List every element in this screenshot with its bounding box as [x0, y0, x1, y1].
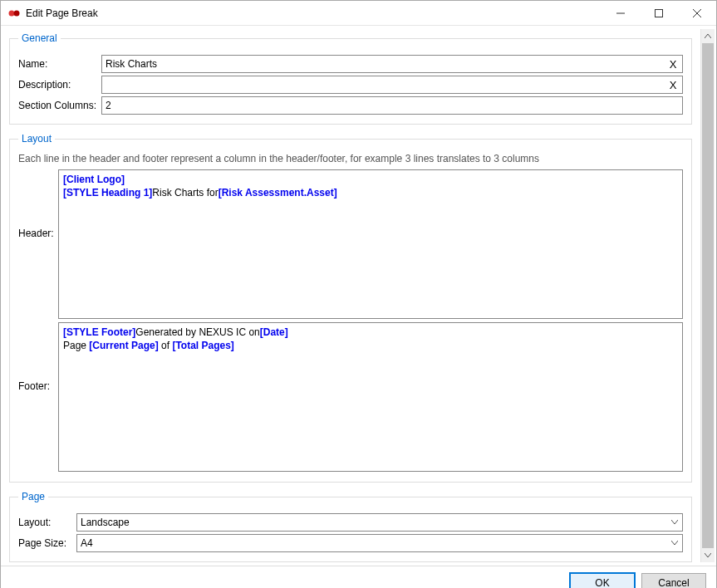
dialog-button-bar: OK Cancel: [1, 566, 716, 588]
description-clear-button[interactable]: X: [664, 79, 682, 91]
template-text: Risk Charts for: [152, 187, 218, 198]
template-token: [STYLE Footer]: [63, 326, 135, 338]
description-input[interactable]: [102, 76, 664, 93]
cancel-button[interactable]: Cancel: [641, 573, 706, 589]
general-section: General Name: X Description: X: [9, 32, 692, 125]
template-token: [Date]: [260, 326, 288, 338]
app-icon: [7, 7, 21, 20]
maximize-button[interactable]: [640, 1, 678, 26]
chevron-down-icon: [667, 520, 682, 525]
svg-rect-3: [656, 9, 663, 17]
section-columns-label: Section Columns:: [18, 100, 101, 111]
layout-legend: Layout: [18, 133, 55, 145]
svg-line-5: [693, 9, 701, 17]
name-label: Name:: [18, 58, 101, 70]
close-button[interactable]: [678, 1, 716, 26]
header-label: Header:: [18, 169, 58, 319]
header-editor[interactable]: [Client Logo][STYLE Heading 1]Risk Chart…: [58, 169, 683, 319]
scroll-up-button[interactable]: [701, 29, 714, 43]
edit-page-break-dialog: Edit Page Break General Name: X: [0, 0, 717, 588]
section-columns-input[interactable]: [102, 97, 682, 114]
page-size-dropdown[interactable]: A4: [76, 534, 683, 552]
footer-editor[interactable]: [STYLE Footer]Generated by NEXUS IC on[D…: [58, 322, 683, 472]
footer-label: Footer:: [18, 322, 58, 472]
template-token: [Client Logo]: [63, 174, 125, 185]
dialog-content: General Name: X Description: X: [1, 26, 700, 566]
page-legend: Page: [18, 491, 48, 502]
name-field-wrap: X: [101, 55, 683, 73]
template-text: of: [159, 340, 173, 351]
svg-point-0: [9, 10, 15, 16]
vertical-scrollbar[interactable]: [700, 29, 715, 562]
template-text: Page: [63, 340, 89, 351]
template-token: [Risk Assessment.Asset]: [219, 187, 337, 198]
layout-section: Layout Each line in the header and foote…: [9, 133, 692, 483]
page-section: Page Layout: Landscape Page Size:: [9, 491, 692, 562]
template-text: Generated by NEXUS IC on: [135, 326, 259, 338]
description-label: Description:: [18, 79, 101, 91]
ok-button[interactable]: OK: [570, 573, 635, 589]
name-input[interactable]: [102, 56, 664, 72]
svg-line-4: [693, 9, 701, 17]
layout-hint: Each line in the header and footer repre…: [18, 153, 683, 164]
minimize-button[interactable]: [602, 1, 640, 26]
name-clear-button[interactable]: X: [664, 58, 682, 71]
window-title: Edit Page Break: [26, 7, 602, 19]
scroll-track[interactable]: [701, 43, 715, 548]
page-layout-dropdown[interactable]: Landscape: [76, 513, 683, 532]
section-columns-field-wrap: [101, 96, 683, 115]
template-token: [Total Pages]: [172, 340, 233, 351]
template-token: [STYLE Heading 1]: [63, 187, 152, 198]
page-size-label: Page Size:: [18, 537, 76, 549]
svg-point-1: [14, 10, 20, 16]
description-field-wrap: X: [101, 76, 683, 94]
page-size-value: A4: [77, 537, 667, 549]
general-legend: General: [18, 32, 61, 44]
scroll-down-button[interactable]: [701, 548, 714, 562]
page-layout-value: Landscape: [77, 517, 667, 528]
chevron-down-icon: [667, 541, 682, 546]
scroll-thumb[interactable]: [702, 43, 714, 548]
template-token: [Current Page]: [89, 340, 158, 351]
page-layout-label: Layout:: [18, 517, 76, 528]
titlebar: Edit Page Break: [1, 1, 716, 26]
